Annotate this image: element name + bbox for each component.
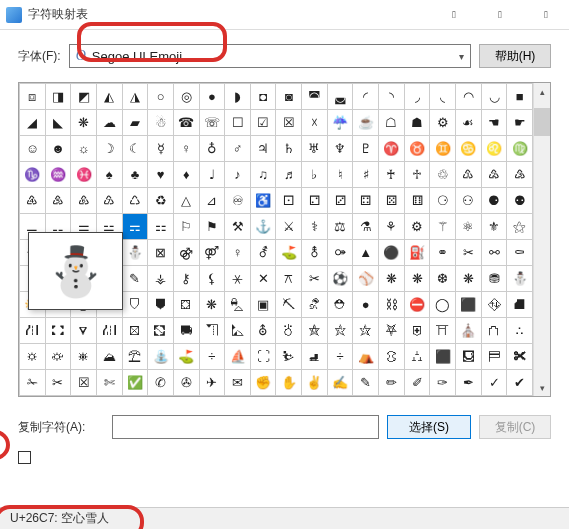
- character-cell[interactable]: ⚏: [148, 214, 174, 240]
- character-cell[interactable]: ⚖: [328, 214, 354, 240]
- character-cell[interactable]: ✔: [507, 370, 533, 396]
- character-cell[interactable]: ⛊: [148, 292, 174, 318]
- character-cell[interactable]: ⛼: [405, 344, 431, 370]
- character-cell[interactable]: ⚜: [482, 214, 508, 240]
- character-cell[interactable]: ⛞: [148, 318, 174, 344]
- help-button[interactable]: 帮助(H): [479, 44, 551, 68]
- character-cell[interactable]: ⛰: [97, 344, 123, 370]
- character-cell[interactable]: ♪: [225, 162, 251, 188]
- character-cell[interactable]: ♋: [456, 136, 482, 162]
- character-cell[interactable]: ✂: [302, 266, 328, 292]
- character-cell[interactable]: ⚂: [328, 188, 354, 214]
- character-cell[interactable]: ◗: [225, 84, 251, 110]
- vertical-scrollbar[interactable]: ▴ ▾: [533, 83, 550, 396]
- character-cell[interactable]: ⚚: [430, 214, 456, 240]
- character-cell[interactable]: ▲: [353, 240, 379, 266]
- character-cell[interactable]: ⛠: [200, 318, 226, 344]
- character-cell[interactable]: ÷: [200, 344, 226, 370]
- character-cell[interactable]: ❋: [71, 110, 97, 136]
- character-cell[interactable]: ⚉: [507, 188, 533, 214]
- character-cell[interactable]: ☃: [148, 110, 174, 136]
- character-cell[interactable]: ♺: [123, 188, 149, 214]
- character-cell[interactable]: ♥: [148, 162, 174, 188]
- character-cell[interactable]: ☓: [302, 110, 328, 136]
- character-cell[interactable]: ⛄: [123, 240, 149, 266]
- character-cell[interactable]: ⛭: [20, 344, 46, 370]
- character-cell[interactable]: ◝: [379, 84, 405, 110]
- character-cell[interactable]: ♍: [507, 136, 533, 162]
- character-cell[interactable]: ⚣: [174, 240, 200, 266]
- font-select[interactable]: O Segoe UI Emoji ▾: [69, 44, 471, 68]
- character-cell[interactable]: ✋: [276, 370, 302, 396]
- character-cell[interactable]: ⚝: [507, 214, 533, 240]
- character-cell[interactable]: ⛩: [430, 318, 456, 344]
- character-cell[interactable]: ⚗: [353, 214, 379, 240]
- character-cell[interactable]: ♌: [482, 136, 508, 162]
- character-cell[interactable]: ☻: [46, 136, 72, 162]
- character-cell[interactable]: ⛾: [456, 344, 482, 370]
- character-cell[interactable]: ⚯: [482, 240, 508, 266]
- character-cell[interactable]: ♷: [46, 188, 72, 214]
- character-cell[interactable]: ⚰: [507, 240, 533, 266]
- character-cell[interactable]: ♀: [225, 240, 251, 266]
- character-cell[interactable]: ⚦: [251, 240, 277, 266]
- character-cell[interactable]: ⚽: [328, 266, 354, 292]
- character-cell[interactable]: ●: [353, 292, 379, 318]
- character-cell[interactable]: ♿: [251, 188, 277, 214]
- character-cell[interactable]: ▰: [123, 110, 149, 136]
- character-cell[interactable]: ✅: [123, 370, 149, 396]
- character-cell[interactable]: ⚈: [482, 188, 508, 214]
- character-cell[interactable]: ♓: [71, 162, 97, 188]
- character-cell[interactable]: ✌: [302, 370, 328, 396]
- character-cell[interactable]: ✎: [123, 266, 149, 292]
- character-cell[interactable]: ⚫: [379, 240, 405, 266]
- character-cell[interactable]: ⛗: [482, 292, 508, 318]
- character-cell[interactable]: ✂: [456, 240, 482, 266]
- character-cell[interactable]: ⛪: [456, 318, 482, 344]
- character-cell[interactable]: ⛄: [507, 266, 533, 292]
- character-cell[interactable]: ⛯: [71, 344, 97, 370]
- character-cell[interactable]: ◨: [46, 84, 72, 110]
- character-cell[interactable]: ✄: [97, 370, 123, 396]
- character-cell[interactable]: ⚇: [456, 188, 482, 214]
- character-cell[interactable]: ⚨: [302, 240, 328, 266]
- character-cell[interactable]: ◡: [482, 84, 508, 110]
- character-cell[interactable]: ☒: [71, 370, 97, 396]
- character-cell[interactable]: ♭: [302, 162, 328, 188]
- character-cell[interactable]: ⚑: [200, 214, 226, 240]
- character-cell[interactable]: ⛳: [174, 344, 200, 370]
- character-cell[interactable]: ♄: [276, 136, 302, 162]
- character-cell[interactable]: ☾: [123, 136, 149, 162]
- character-cell[interactable]: ⧈: [20, 84, 46, 110]
- character-cell[interactable]: ♃: [251, 136, 277, 162]
- character-cell[interactable]: ⛣: [276, 318, 302, 344]
- copy-button[interactable]: 复制(C): [479, 415, 551, 439]
- scroll-up-icon[interactable]: ▴: [534, 83, 550, 100]
- character-cell[interactable]: ◢: [20, 110, 46, 136]
- character-cell[interactable]: ⛔: [405, 292, 431, 318]
- character-cell[interactable]: ♠: [97, 162, 123, 188]
- character-cell[interactable]: ⛺: [353, 344, 379, 370]
- scroll-track[interactable]: [534, 100, 550, 379]
- character-cell[interactable]: ❆: [430, 266, 456, 292]
- character-cell[interactable]: ⛷: [276, 344, 302, 370]
- character-cell[interactable]: ❋: [200, 292, 226, 318]
- character-cell[interactable]: ⚸: [200, 266, 226, 292]
- character-cell[interactable]: ⛳: [276, 240, 302, 266]
- character-cell[interactable]: ⚛: [456, 214, 482, 240]
- character-cell[interactable]: ♈: [379, 136, 405, 162]
- character-cell[interactable]: ⛑: [328, 292, 354, 318]
- character-cell[interactable]: ⚭: [430, 240, 456, 266]
- character-cell[interactable]: ♉: [405, 136, 431, 162]
- character-cell[interactable]: ☎: [174, 110, 200, 136]
- character-cell[interactable]: ✁: [20, 370, 46, 396]
- character-cell[interactable]: ⛋: [174, 292, 200, 318]
- character-cell[interactable]: ●: [200, 84, 226, 110]
- character-cell[interactable]: ⚙: [405, 214, 431, 240]
- character-cell[interactable]: ☔: [328, 110, 354, 136]
- character-cell[interactable]: ☐: [225, 110, 251, 136]
- close-button[interactable]: : [523, 0, 569, 30]
- character-cell[interactable]: ⛢: [251, 318, 277, 344]
- character-cell[interactable]: ☗: [405, 110, 431, 136]
- character-cell[interactable]: ⛘: [507, 292, 533, 318]
